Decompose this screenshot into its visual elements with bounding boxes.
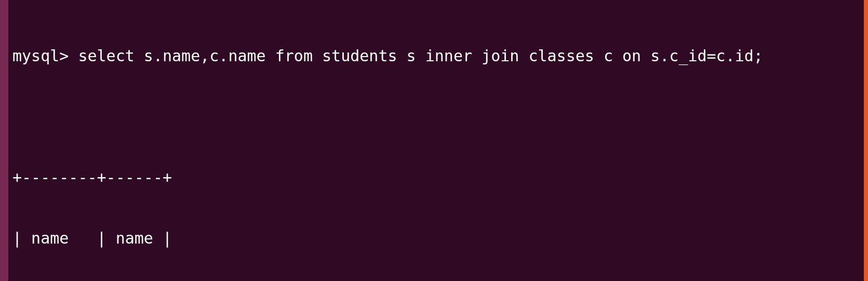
query-line: mysql> select s.name,c.name from student… [12, 46, 860, 66]
window-right-border [864, 0, 868, 281]
table-header: | name | name | [12, 228, 860, 248]
table-border-top: +--------+------+ [12, 167, 860, 188]
mysql-prompt: mysql> [12, 47, 69, 65]
terminal-pane[interactable]: mysql> select s.name,c.name from student… [8, 0, 864, 281]
blank-line [12, 106, 860, 127]
sql-query: select s.name,c.name from students s inn… [78, 47, 763, 65]
window-left-border [0, 0, 8, 281]
